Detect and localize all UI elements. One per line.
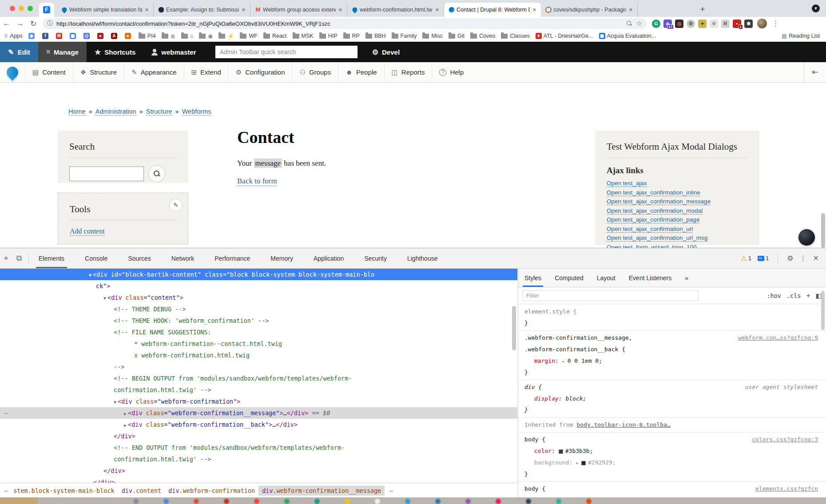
shortcuts-button[interactable]: ★ Shortcuts	[87, 42, 143, 62]
code-line[interactable]: </div>	[0, 476, 517, 483]
style-rule-line[interactable]: element.style {	[518, 306, 826, 317]
back-button[interactable]: ←	[0, 19, 13, 28]
code-line[interactable]: ▶<div class="webform-confirmation__back"…	[0, 419, 517, 430]
dock-item[interactable]	[0, 497, 38, 504]
sidebar-toggle-icon[interactable]: ◧	[816, 292, 822, 299]
style-rule-line[interactable]: div {user agent stylesheet	[518, 381, 826, 393]
bookmark-folder[interactable]: BBH	[365, 33, 386, 40]
chat-extension-icon[interactable]: ▪1	[733, 20, 741, 28]
style-rule-line[interactable]: display: block;	[518, 393, 826, 405]
elements-scrollbar[interactable]	[512, 306, 516, 350]
bookmark-folder[interactable]: HIP	[319, 33, 338, 40]
apps-grid-icon[interactable]: ⠿	[4, 34, 8, 39]
new-style-rule-button[interactable]: +	[806, 292, 810, 300]
bookmark-folder[interactable]: PI4	[139, 33, 156, 40]
styles-filter-input[interactable]: Filter	[523, 290, 699, 301]
floating-avatar-button[interactable]	[798, 229, 815, 246]
devtools-tab-console[interactable]: Console	[85, 248, 107, 268]
dock-icon[interactable]	[556, 499, 561, 504]
style-rule-line[interactable]: body {elements.css?qzfcn	[518, 483, 826, 495]
devtools-tab-elements[interactable]: Elements	[39, 248, 64, 268]
tab-close-icon[interactable]: ✕	[434, 6, 440, 14]
gear-extension-icon[interactable]: ⚙	[687, 20, 695, 28]
bookmark-folder[interactable]: WF	[240, 33, 257, 40]
tab-search-button[interactable]: ▼	[812, 4, 820, 12]
ajax-link[interactable]: Open test_ajax_confirmation_modal	[607, 207, 703, 214]
stylesheet-link[interactable]: colors.css?qzfcnq:3	[752, 434, 818, 445]
minimize-window-button[interactable]	[19, 6, 24, 11]
ajax-link[interactable]: Open test_ajax_confirmation_url	[607, 226, 693, 233]
styles-tab--[interactable]: »	[685, 269, 688, 287]
bookmark-folder[interactable]: ⌂	[181, 33, 194, 40]
new-tab-button[interactable]: +	[696, 4, 709, 16]
more-actions-icon[interactable]: ⋯	[4, 407, 8, 419]
devtools-tab-network[interactable]: Network	[171, 248, 194, 268]
browser-tab[interactable]: Webform simple translation fai✕	[57, 3, 154, 17]
code-line[interactable]: <!-- END OUTPUT from 'modules/sandbox/we…	[0, 442, 517, 453]
bookmark-item[interactable]: A	[111, 33, 119, 40]
bookmark-folder[interactable]: ⚡	[218, 33, 234, 40]
stylesheet-link[interactable]: elements.css?qzfcn	[755, 483, 818, 495]
page-scrollbar[interactable]	[821, 213, 825, 248]
dock-icon[interactable]	[224, 499, 229, 504]
code-line[interactable]: confirmation.html.twig' -->	[0, 453, 517, 465]
dock-icon[interactable]	[465, 499, 471, 504]
add-content-link[interactable]: Add content	[70, 227, 105, 236]
ajax-link[interactable]: Open test_ajax_confirmation_inline	[607, 189, 700, 196]
code-line[interactable]: </div>	[0, 465, 517, 476]
devel-button[interactable]: ⚙ Devel	[364, 42, 408, 62]
browser-tab[interactable]: MWebform group access extend✕	[250, 3, 347, 17]
style-rule-line[interactable]: color: #3b3b3b;	[518, 445, 826, 457]
styles-tab-event-listeners[interactable]: Event Listeners	[629, 269, 672, 287]
toolbar-collapse-button[interactable]: ⇤	[804, 62, 826, 82]
dock-icon[interactable]	[586, 499, 592, 504]
zoom-page-icon[interactable]	[627, 21, 632, 26]
code-line[interactable]: ▼<div class="webform-confirmation">	[0, 396, 517, 407]
atom-extension-icon[interactable]: ❄	[710, 20, 718, 28]
bookmark-folder[interactable]: Coveo	[470, 33, 495, 40]
admin-menu-help[interactable]: ?Help	[432, 62, 471, 82]
code-line[interactable]: x webform-confirmation.html.twig	[0, 349, 517, 361]
manage-button[interactable]: ≡ Manage	[38, 42, 87, 62]
styles-tab-styles[interactable]: Styles	[524, 269, 541, 287]
styles-tab-layout[interactable]: Layout	[597, 269, 616, 287]
tab-close-icon[interactable]: ✕	[241, 6, 246, 14]
breadcrumb-overflow-icon[interactable]: ⋯	[389, 487, 393, 494]
dock-icon[interactable]	[314, 499, 320, 504]
devtools-tab-sources[interactable]: Sources	[128, 248, 151, 268]
bookmark-item[interactable]: ▣Acquia Evaluation...	[599, 33, 656, 40]
color-swatch[interactable]	[559, 449, 563, 454]
devtools-tab-security[interactable]: Security	[364, 248, 387, 268]
apps-bookmark[interactable]: Apps	[10, 33, 23, 39]
cls-toggle[interactable]: .cls	[786, 292, 801, 299]
admin-menu-appearance[interactable]: ✎Appearance	[124, 62, 183, 82]
dom-breadcrumb-item[interactable]: div.content	[118, 486, 165, 496]
devtools-close-icon[interactable]: ✕	[813, 254, 819, 262]
eyedropper-extension-icon[interactable]: ✦	[698, 20, 707, 28]
forward-button[interactable]: →	[13, 19, 27, 28]
admin-menu-extend[interactable]: ⊞Extend	[184, 62, 228, 82]
tab-close-icon[interactable]: ✕	[628, 6, 634, 14]
tab-close-icon[interactable]: ✕	[532, 6, 537, 14]
address-bar[interactable]: ⓘ http://localhost/wf/form/contact/confi…	[43, 18, 647, 29]
dock-icon[interactable]	[194, 499, 199, 504]
close-window-button[interactable]	[10, 6, 15, 11]
devtools-tab-memory[interactable]: Memory	[270, 248, 293, 268]
user-menu-button[interactable]: webmaster	[143, 42, 204, 62]
back-to-form-link[interactable]: Back to form	[237, 177, 277, 186]
browser-tab[interactable]: coveo/sdkpushphp - Packagist✕	[541, 3, 638, 17]
bookmark-folder[interactable]: MSK	[293, 33, 314, 40]
grammarly-icon[interactable]: G	[652, 20, 660, 28]
bookmark-item[interactable]: ●	[97, 33, 105, 40]
admin-menu-people[interactable]: ☻People	[338, 62, 384, 82]
reload-button[interactable]: ↻	[27, 19, 40, 28]
style-rule-line[interactable]: margin: ▸ 0 0 1em 0;	[518, 355, 826, 367]
bookmark-folder[interactable]: Classes	[501, 33, 529, 40]
admin-menu-reports[interactable]: ◫Reports	[384, 62, 432, 82]
browser-tab[interactable]: Example: Assign to: Submissio✕	[154, 3, 250, 17]
stylesheet-link[interactable]: webform.con…ss?qzfcnq:9	[738, 332, 818, 344]
tab-close-icon[interactable]: ✕	[144, 6, 150, 14]
contextual-edit-button[interactable]: ✎	[169, 198, 183, 212]
bookmark-item[interactable]: ▾ATL - DriesHairGe...	[536, 33, 593, 40]
styles-tab-computed[interactable]: Computed	[555, 269, 584, 287]
